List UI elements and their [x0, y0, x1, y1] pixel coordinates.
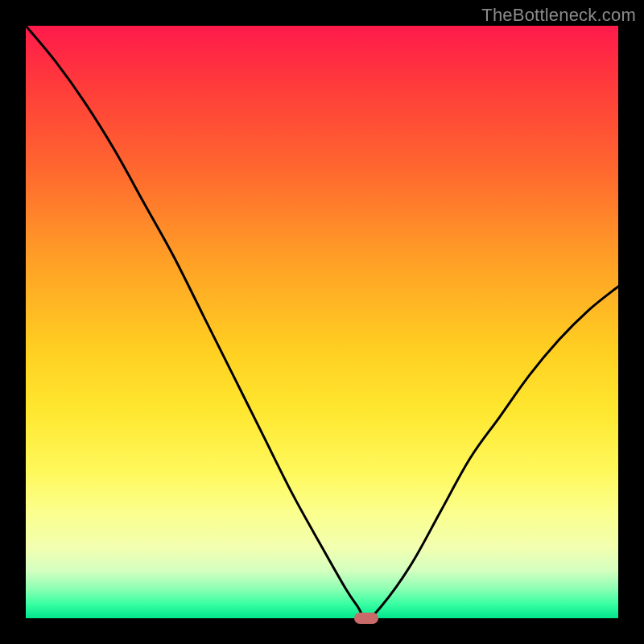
- bottleneck-curve: [26, 26, 618, 618]
- watermark-text: TheBottleneck.com: [481, 5, 636, 26]
- optimal-marker: [354, 613, 378, 624]
- chart-frame: TheBottleneck.com: [0, 0, 644, 644]
- plot-area: [26, 26, 618, 618]
